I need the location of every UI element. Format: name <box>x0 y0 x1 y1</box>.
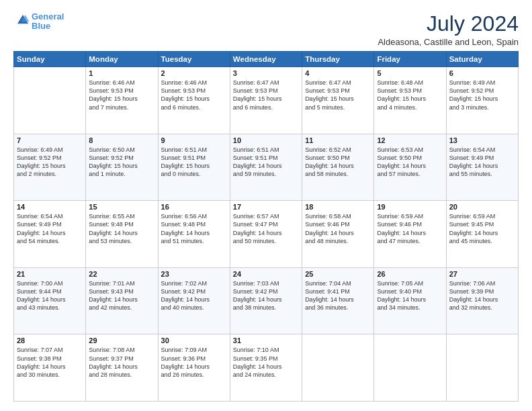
day-info: Sunrise: 7:08 AM Sunset: 9:37 PM Dayligh… <box>89 346 154 379</box>
calendar-cell: 30Sunrise: 7:09 AM Sunset: 9:36 PM Dayli… <box>158 334 230 402</box>
calendar-header-tuesday: Tuesday <box>158 52 230 67</box>
calendar-header-thursday: Thursday <box>302 52 374 67</box>
calendar-cell: 9Sunrise: 6:51 AM Sunset: 9:51 PM Daylig… <box>158 134 230 201</box>
calendar-cell: 8Sunrise: 6:50 AM Sunset: 9:52 PM Daylig… <box>86 134 158 201</box>
day-number: 16 <box>161 203 227 211</box>
day-info: Sunrise: 6:47 AM Sunset: 9:53 PM Dayligh… <box>233 79 299 111</box>
day-number: 31 <box>233 336 299 345</box>
day-number: 1 <box>89 69 154 77</box>
calendar-cell: 23Sunrise: 7:02 AM Sunset: 9:42 PM Dayli… <box>158 267 230 334</box>
day-number: 29 <box>89 336 154 345</box>
day-number: 30 <box>161 336 227 345</box>
calendar-cell: 10Sunrise: 6:51 AM Sunset: 9:51 PM Dayli… <box>230 134 302 201</box>
calendar-cell: 18Sunrise: 6:58 AM Sunset: 9:46 PM Dayli… <box>302 201 374 268</box>
calendar-cell: 16Sunrise: 6:56 AM Sunset: 9:48 PM Dayli… <box>158 201 230 268</box>
day-info: Sunrise: 6:51 AM Sunset: 9:51 PM Dayligh… <box>233 146 299 179</box>
calendar-week-row: 21Sunrise: 7:00 AM Sunset: 9:44 PM Dayli… <box>14 267 519 334</box>
logo-text-line1: General <box>32 12 64 21</box>
day-info: Sunrise: 6:53 AM Sunset: 9:50 PM Dayligh… <box>377 146 443 179</box>
calendar-cell: 25Sunrise: 7:04 AM Sunset: 9:41 PM Dayli… <box>302 267 374 334</box>
day-info: Sunrise: 6:48 AM Sunset: 9:53 PM Dayligh… <box>377 79 443 111</box>
day-number: 27 <box>449 270 515 278</box>
logo-text-line2: Blue <box>32 21 64 31</box>
day-number: 15 <box>89 203 154 211</box>
day-info: Sunrise: 6:54 AM Sunset: 9:49 PM Dayligh… <box>17 212 83 245</box>
calendar-cell: 11Sunrise: 6:52 AM Sunset: 9:50 PM Dayli… <box>302 134 374 201</box>
day-number: 23 <box>161 270 227 278</box>
calendar-cell: 17Sunrise: 6:57 AM Sunset: 9:47 PM Dayli… <box>230 201 302 268</box>
calendar-header-monday: Monday <box>86 52 158 67</box>
calendar-cell: 5Sunrise: 6:48 AM Sunset: 9:53 PM Daylig… <box>374 67 446 134</box>
calendar-cell: 12Sunrise: 6:53 AM Sunset: 9:50 PM Dayli… <box>374 134 446 201</box>
day-number: 26 <box>377 270 443 278</box>
day-info: Sunrise: 7:02 AM Sunset: 9:42 PM Dayligh… <box>161 279 227 312</box>
calendar-cell <box>446 334 518 402</box>
calendar-header-saturday: Saturday <box>446 52 518 67</box>
calendar-week-row: 1Sunrise: 6:46 AM Sunset: 9:53 PM Daylig… <box>14 67 519 134</box>
day-number: 24 <box>233 270 299 278</box>
calendar-cell: 7Sunrise: 6:49 AM Sunset: 9:52 PM Daylig… <box>14 134 86 201</box>
calendar-cell: 3Sunrise: 6:47 AM Sunset: 9:53 PM Daylig… <box>230 67 302 134</box>
calendar-cell: 1Sunrise: 6:46 AM Sunset: 9:53 PM Daylig… <box>86 67 158 134</box>
calendar-cell: 24Sunrise: 7:03 AM Sunset: 9:42 PM Dayli… <box>230 267 302 334</box>
logo-icon <box>15 13 30 28</box>
day-number: 9 <box>161 136 227 144</box>
day-info: Sunrise: 7:00 AM Sunset: 9:44 PM Dayligh… <box>17 279 83 312</box>
day-number: 4 <box>305 69 371 77</box>
calendar-cell: 13Sunrise: 6:54 AM Sunset: 9:49 PM Dayli… <box>446 134 518 201</box>
day-info: Sunrise: 6:46 AM Sunset: 9:53 PM Dayligh… <box>89 79 154 111</box>
day-number: 17 <box>233 203 299 211</box>
day-info: Sunrise: 6:52 AM Sunset: 9:50 PM Dayligh… <box>305 146 371 179</box>
day-info: Sunrise: 6:49 AM Sunset: 9:52 PM Dayligh… <box>449 79 515 111</box>
calendar-cell: 15Sunrise: 6:55 AM Sunset: 9:48 PM Dayli… <box>86 201 158 268</box>
day-info: Sunrise: 6:51 AM Sunset: 9:51 PM Dayligh… <box>161 146 227 179</box>
calendar-cell: 26Sunrise: 7:05 AM Sunset: 9:40 PM Dayli… <box>374 267 446 334</box>
calendar-cell: 28Sunrise: 7:07 AM Sunset: 9:38 PM Dayli… <box>14 334 86 402</box>
day-number: 10 <box>233 136 299 144</box>
day-info: Sunrise: 6:46 AM Sunset: 9:53 PM Dayligh… <box>161 79 227 111</box>
page: General Blue July 2024 Aldeasona, Castil… <box>0 0 532 411</box>
day-info: Sunrise: 7:05 AM Sunset: 9:40 PM Dayligh… <box>377 279 443 312</box>
header: General Blue July 2024 Aldeasona, Castil… <box>13 12 519 47</box>
calendar-cell: 27Sunrise: 7:06 AM Sunset: 9:39 PM Dayli… <box>446 267 518 334</box>
calendar-cell: 21Sunrise: 7:00 AM Sunset: 9:44 PM Dayli… <box>14 267 86 334</box>
day-number: 14 <box>17 203 83 211</box>
main-title: July 2024 <box>378 12 519 36</box>
calendar-cell: 6Sunrise: 6:49 AM Sunset: 9:52 PM Daylig… <box>446 67 518 134</box>
calendar-cell: 31Sunrise: 7:10 AM Sunset: 9:35 PM Dayli… <box>230 334 302 402</box>
day-number: 19 <box>377 203 443 211</box>
day-number: 21 <box>17 270 83 278</box>
day-info: Sunrise: 7:10 AM Sunset: 9:35 PM Dayligh… <box>233 346 299 379</box>
day-info: Sunrise: 6:50 AM Sunset: 9:52 PM Dayligh… <box>89 146 154 179</box>
calendar-cell <box>14 67 86 134</box>
day-number: 12 <box>377 136 443 144</box>
day-number: 3 <box>233 69 299 77</box>
logo: General Blue <box>13 12 64 32</box>
day-info: Sunrise: 6:59 AM Sunset: 9:45 PM Dayligh… <box>449 212 515 245</box>
day-info: Sunrise: 6:58 AM Sunset: 9:46 PM Dayligh… <box>305 212 371 245</box>
day-info: Sunrise: 7:03 AM Sunset: 9:42 PM Dayligh… <box>233 279 299 312</box>
day-number: 28 <box>17 336 83 345</box>
day-info: Sunrise: 6:54 AM Sunset: 9:49 PM Dayligh… <box>449 146 515 179</box>
day-number: 13 <box>449 136 515 144</box>
calendar-cell <box>302 334 374 402</box>
day-number: 5 <box>377 69 443 77</box>
calendar-cell: 4Sunrise: 6:47 AM Sunset: 9:53 PM Daylig… <box>302 67 374 134</box>
day-info: Sunrise: 6:47 AM Sunset: 9:53 PM Dayligh… <box>305 79 371 111</box>
calendar-cell: 29Sunrise: 7:08 AM Sunset: 9:37 PM Dayli… <box>86 334 158 402</box>
calendar-header-sunday: Sunday <box>14 52 86 67</box>
subtitle: Aldeasona, Castille and Leon, Spain <box>378 37 519 47</box>
day-info: Sunrise: 6:49 AM Sunset: 9:52 PM Dayligh… <box>17 146 83 179</box>
calendar-cell: 22Sunrise: 7:01 AM Sunset: 9:43 PM Dayli… <box>86 267 158 334</box>
day-number: 25 <box>305 270 371 278</box>
title-block: July 2024 Aldeasona, Castille and Leon, … <box>378 12 519 47</box>
day-info: Sunrise: 6:55 AM Sunset: 9:48 PM Dayligh… <box>89 212 154 245</box>
day-info: Sunrise: 6:57 AM Sunset: 9:47 PM Dayligh… <box>233 212 299 245</box>
calendar-cell: 2Sunrise: 6:46 AM Sunset: 9:53 PM Daylig… <box>158 67 230 134</box>
day-number: 2 <box>161 69 227 77</box>
day-info: Sunrise: 6:59 AM Sunset: 9:46 PM Dayligh… <box>377 212 443 245</box>
calendar-cell <box>374 334 446 402</box>
day-number: 22 <box>89 270 154 278</box>
calendar-header-friday: Friday <box>374 52 446 67</box>
calendar-cell: 19Sunrise: 6:59 AM Sunset: 9:46 PM Dayli… <box>374 201 446 268</box>
